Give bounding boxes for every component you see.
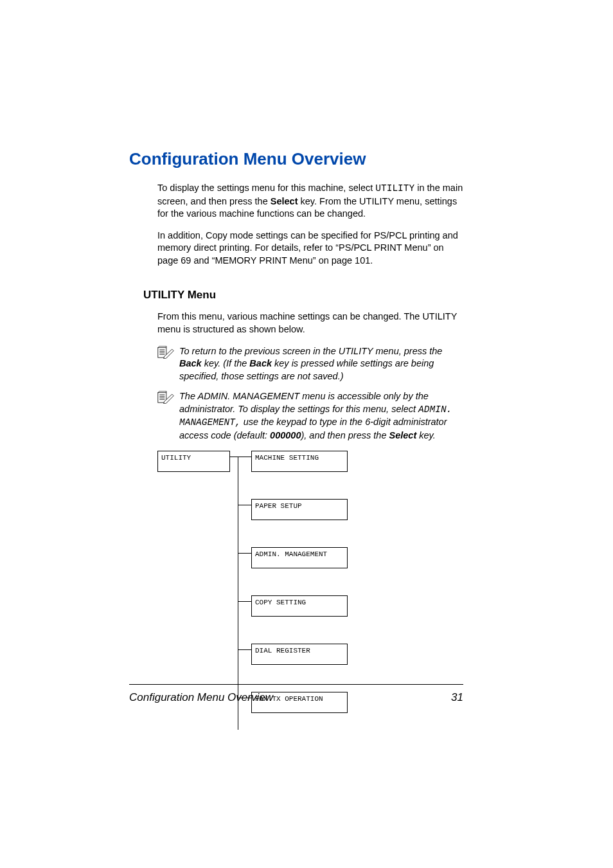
tree-item: MACHINE SETTING <box>238 451 463 472</box>
intro-paragraph-1: To display the settings menu for this ma… <box>157 182 463 221</box>
intro-paragraph-2: In addition, Copy mode settings can be s… <box>157 230 463 267</box>
page-footer: Configuration Menu Overview 31 <box>129 684 463 704</box>
bold-text: Back <box>179 358 202 368</box>
text: To display the settings menu for this ma… <box>157 183 375 193</box>
pencil-note-icon <box>157 390 179 442</box>
connector-line <box>238 644 251 650</box>
note-text: To return to the previous screen in the … <box>179 345 463 383</box>
tree-node-box: DIAL REGISTER <box>251 644 348 665</box>
page-number: 31 <box>451 691 463 704</box>
tree-item: DIAL REGISTER <box>238 644 463 665</box>
text: key. <box>416 430 436 440</box>
text: key. (If the <box>202 358 250 368</box>
note-block-1: To return to the previous screen in the … <box>157 345 463 383</box>
note-text: The ADMIN. MANAGEMENT menu is accessible… <box>179 390 463 442</box>
connector-line <box>238 451 251 457</box>
connector-line <box>230 457 238 457</box>
footer-rule <box>129 684 463 685</box>
pencil-note-icon <box>157 345 179 383</box>
bold-text: Select <box>271 196 298 206</box>
bold-text: 000000 <box>270 430 301 440</box>
section-paragraph: From this menu, various machine settings… <box>157 311 463 336</box>
text: The ADMIN. MANAGEMENT menu is accessible… <box>179 391 429 414</box>
tree-node-box: ADMIN. MANAGEMENT <box>251 547 348 568</box>
tree-item: COPY SETTING <box>238 595 463 617</box>
footer-title: Configuration Menu Overview <box>129 691 273 704</box>
section-heading: UTILITY Menu <box>143 289 463 302</box>
connector-line <box>238 499 251 505</box>
tree-root-box: UTILITY <box>157 451 230 472</box>
tree-node-box: COPY SETTING <box>251 595 348 617</box>
connector-line <box>238 595 251 602</box>
tree-node-box: PAPER SETUP <box>251 499 348 520</box>
page-title: Configuration Menu Overview <box>129 149 463 169</box>
tree-item: ADMIN. MANAGEMENT <box>238 547 463 568</box>
text: To return to the previous screen in the … <box>179 346 442 356</box>
text: ), and then press the <box>301 430 389 440</box>
bold-text: Back <box>249 358 272 368</box>
tree-node-box: MACHINE SETTING <box>251 451 348 472</box>
mono-text: UTILITY <box>375 183 414 194</box>
bold-text: Select <box>389 430 416 440</box>
connector-line <box>238 547 251 554</box>
tree-item: PAPER SETUP <box>238 499 463 520</box>
menu-tree-diagram: UTILITY MACHINE SETTINGPAPER SETUPADMIN.… <box>157 451 463 713</box>
note-block-2: The ADMIN. MANAGEMENT menu is accessible… <box>157 390 463 442</box>
